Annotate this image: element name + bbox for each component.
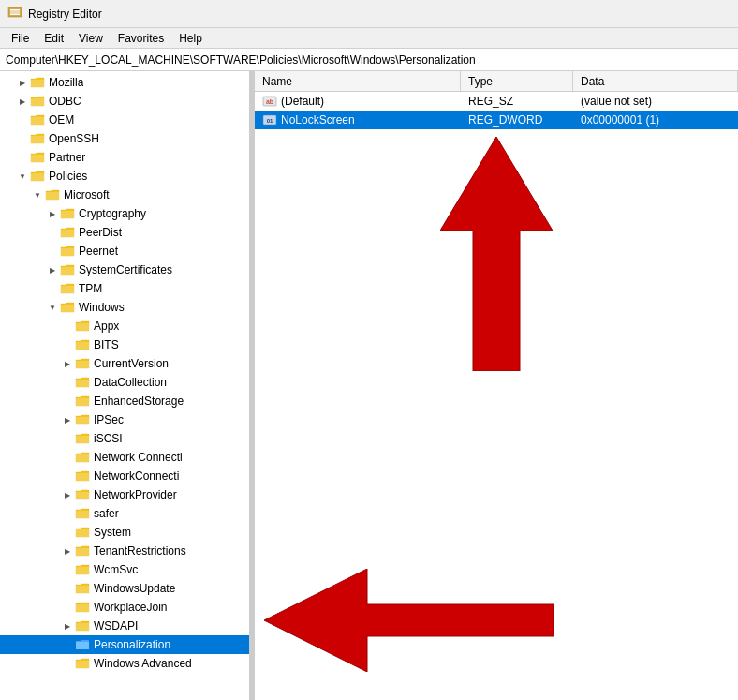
toggle-odbc[interactable] bbox=[15, 94, 30, 109]
menu-edit[interactable]: Edit bbox=[37, 30, 71, 47]
menu-bar: File Edit View Favorites Help bbox=[0, 28, 738, 49]
menu-help[interactable]: Help bbox=[171, 30, 210, 47]
value-data-nolockscreen: 0x00000001 (1) bbox=[573, 111, 738, 129]
tree-item-windows[interactable]: Windows bbox=[0, 298, 249, 317]
col-header-data[interactable]: Data bbox=[573, 71, 738, 91]
menu-file[interactable]: File bbox=[4, 30, 37, 47]
toggle-wsdapi[interactable] bbox=[60, 618, 75, 633]
tree-label-tpm: TPM bbox=[79, 282, 102, 295]
folder-icon-windows bbox=[60, 300, 75, 315]
folder-icon-peernet bbox=[60, 244, 75, 259]
address-bar: Computer\HKEY_LOCAL_MACHINE\SOFTWARE\Pol… bbox=[0, 49, 738, 71]
toggle-windows[interactable] bbox=[45, 300, 60, 315]
tree-label-bits: BITS bbox=[94, 338, 119, 351]
tree-label-systemcertificates: SystemCertificates bbox=[79, 263, 172, 276]
col-header-type[interactable]: Type bbox=[461, 71, 573, 91]
toggle-tenantrestrictions[interactable] bbox=[60, 544, 75, 559]
tree-item-currentversion[interactable]: CurrentVersion bbox=[0, 354, 249, 373]
tree-item-tenantrestrictions[interactable]: TenantRestrictions bbox=[0, 542, 249, 560]
tree-item-partner[interactable]: Partner bbox=[0, 148, 249, 167]
tree-label-workplacejoin: WorkplaceJoin bbox=[94, 601, 167, 614]
toggle-ipsec[interactable] bbox=[60, 412, 75, 427]
value-name-nolockscreen: 01 NoLockScreen bbox=[255, 111, 461, 129]
tree-label-oem: OEM bbox=[49, 113, 74, 127]
tree-label-appx: Appx bbox=[94, 320, 119, 333]
value-row-default[interactable]: ab (Default) REG_SZ (value not set) bbox=[255, 92, 738, 111]
tree-item-wsdapi[interactable]: WSDAPI bbox=[0, 617, 249, 635]
tree-item-networkconn2[interactable]: NetworkConnecti bbox=[0, 467, 249, 485]
tree-item-networkprovider[interactable]: NetworkProvider bbox=[0, 485, 249, 504]
menu-favorites[interactable]: Favorites bbox=[111, 30, 171, 47]
toggle-policies[interactable] bbox=[15, 169, 30, 184]
toggle-currentversion[interactable] bbox=[60, 356, 75, 371]
tree-item-iscsi[interactable]: iSCSI bbox=[0, 429, 249, 448]
folder-icon-datacollection bbox=[75, 375, 90, 390]
value-row-nolockscreen[interactable]: 01 NoLockScreen REG_DWORD 0x00000001 (1) bbox=[255, 111, 738, 129]
dword-value-icon: 01 bbox=[262, 112, 277, 127]
value-type-nolockscreen: REG_DWORD bbox=[461, 111, 573, 129]
tree-panel[interactable]: Mozilla ODBC OEM bbox=[0, 71, 251, 700]
folder-icon-ipsec bbox=[75, 412, 90, 427]
tree-item-openssh[interactable]: OpenSSH bbox=[0, 129, 249, 148]
folder-icon-networkconn2 bbox=[75, 469, 90, 484]
tree-item-ipsec[interactable]: IPSec bbox=[0, 410, 249, 429]
tree-item-safer[interactable]: safer bbox=[0, 504, 249, 523]
tree-item-personalization[interactable]: Personalization bbox=[0, 635, 249, 654]
main-content: Mozilla ODBC OEM bbox=[0, 71, 738, 700]
menu-view[interactable]: View bbox=[71, 30, 111, 47]
toggle-systemcertificates[interactable] bbox=[45, 262, 60, 277]
folder-icon-appx bbox=[75, 319, 90, 334]
tree-label-windowsupdate: WindowsUpdate bbox=[94, 582, 175, 595]
folder-icon-peerdist bbox=[60, 225, 75, 240]
folder-icon-openssh bbox=[30, 131, 45, 146]
tree-label-system: System bbox=[94, 526, 131, 539]
tree-item-windowsupdate[interactable]: WindowsUpdate bbox=[0, 579, 249, 598]
tree-item-microsoft[interactable]: Microsoft bbox=[0, 186, 249, 204]
tree-item-enhancedstorage[interactable]: EnhancedStorage bbox=[0, 392, 249, 410]
default-value-icon: ab bbox=[262, 94, 277, 109]
svg-rect-1 bbox=[10, 9, 20, 15]
tree-item-bits[interactable]: BITS bbox=[0, 335, 249, 354]
toggle-networkprovider[interactable] bbox=[60, 487, 75, 502]
arrows-overlay bbox=[255, 99, 738, 700]
folder-icon-tenantrestrictions bbox=[75, 544, 90, 559]
tree-item-workplacejoin[interactable]: WorkplaceJoin bbox=[0, 598, 249, 617]
tree-item-peernet[interactable]: Peernet bbox=[0, 242, 249, 261]
toggle-cryptography[interactable] bbox=[45, 206, 60, 221]
svg-text:01: 01 bbox=[267, 118, 273, 124]
folder-icon-enhancedstorage bbox=[75, 394, 90, 409]
folder-icon-systemcertificates bbox=[60, 262, 75, 277]
tree-item-appx[interactable]: Appx bbox=[0, 317, 249, 335]
col-header-name[interactable]: Name bbox=[255, 71, 461, 91]
folder-icon-personalization bbox=[75, 637, 90, 652]
tree-item-odbc[interactable]: ODBC bbox=[0, 92, 249, 111]
folder-icon-cryptography bbox=[60, 206, 75, 221]
tree-item-windowsadvanced[interactable]: Windows Advanced bbox=[0, 654, 249, 673]
tree-label-ipsec: IPSec bbox=[94, 413, 124, 426]
tree-label-peerdist: PeerDist bbox=[79, 226, 122, 239]
folder-icon-odbc bbox=[30, 94, 45, 109]
tree-item-tpm[interactable]: TPM bbox=[0, 279, 249, 298]
tree-item-peerdist[interactable]: PeerDist bbox=[0, 223, 249, 242]
tree-label-safer: safer bbox=[94, 507, 119, 520]
folder-icon-wsdapi bbox=[75, 618, 90, 633]
tree-item-datacollection[interactable]: DataCollection bbox=[0, 373, 249, 392]
folder-icon-partner bbox=[30, 150, 45, 165]
tree-item-mozilla[interactable]: Mozilla bbox=[0, 73, 249, 92]
toggle-mozilla[interactable] bbox=[15, 75, 30, 90]
tree-item-systemcertificates[interactable]: SystemCertificates bbox=[0, 261, 249, 279]
tree-item-wcmsvc[interactable]: WcmSvc bbox=[0, 560, 249, 579]
values-header: Name Type Data bbox=[255, 71, 738, 92]
tree-item-policies[interactable]: Policies bbox=[0, 167, 249, 186]
folder-icon-wcmsvc bbox=[75, 562, 90, 577]
tree-item-oem[interactable]: OEM bbox=[0, 111, 249, 129]
tree-label-openssh: OpenSSH bbox=[49, 132, 99, 145]
folder-icon-safer bbox=[75, 506, 90, 521]
toggle-microsoft[interactable] bbox=[30, 187, 45, 202]
folder-icon-workplacejoin bbox=[75, 600, 90, 615]
tree-item-system[interactable]: System bbox=[0, 523, 249, 542]
tree-item-networkconn1[interactable]: Network Connecti bbox=[0, 448, 249, 467]
tree-item-cryptography[interactable]: Cryptography bbox=[0, 204, 249, 223]
folder-icon-mozilla bbox=[30, 75, 45, 90]
folder-icon-system bbox=[75, 525, 90, 540]
